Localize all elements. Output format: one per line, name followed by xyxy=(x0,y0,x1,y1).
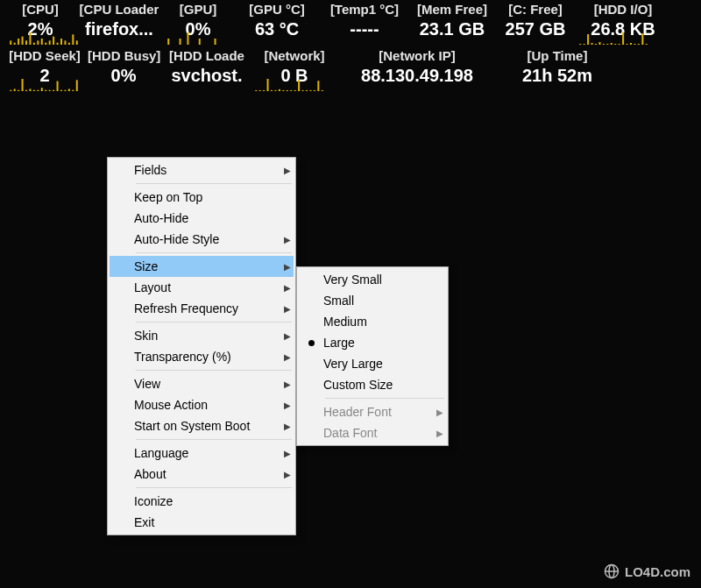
svg-rect-56 xyxy=(18,90,19,91)
monitor-cell-value: 0% xyxy=(84,63,163,88)
svg-rect-61 xyxy=(37,90,39,91)
menu-item-label: Very Large xyxy=(323,357,434,371)
menu-item[interactable]: Size▶ xyxy=(110,256,294,277)
menu-item[interactable]: Small xyxy=(299,290,446,311)
menu-item[interactable]: Skin▶ xyxy=(110,325,294,346)
context-menu[interactable]: Fields▶Keep on TopAuto-HideAuto-Hide Sty… xyxy=(107,157,296,535)
menu-item[interactable]: Layout▶ xyxy=(110,277,294,298)
monitor-cell[interactable]: [HDD I/O]26.8 KB xyxy=(575,0,671,46)
svg-rect-45 xyxy=(614,44,616,45)
menu-separator xyxy=(136,439,292,440)
menu-item[interactable]: Medium xyxy=(299,311,446,332)
monitor-cell-header: [Mem Free] xyxy=(408,2,496,17)
monitor-cell[interactable]: [CPU]2% xyxy=(5,0,75,46)
menu-separator xyxy=(136,252,292,253)
menu-item[interactable]: Large xyxy=(299,332,446,353)
svg-rect-49 xyxy=(630,43,632,45)
menu-item-label: Large xyxy=(323,336,434,350)
menu-item-label: Size xyxy=(134,259,281,273)
monitor-cell-value: 2 xyxy=(5,63,84,88)
svg-rect-86 xyxy=(309,90,311,91)
svg-rect-41 xyxy=(598,42,600,45)
svg-rect-73 xyxy=(259,90,261,91)
svg-rect-48 xyxy=(627,44,628,45)
menu-item-label: Custom Size xyxy=(323,378,434,392)
menu-item[interactable]: Very Large xyxy=(299,353,446,374)
monitor-cell-header: [Up Time] xyxy=(496,48,619,63)
menu-item[interactable]: Exit xyxy=(110,512,294,533)
menu-item-label: Auto-Hide Style xyxy=(134,232,281,246)
menu-item-label: View xyxy=(134,377,281,391)
svg-rect-51 xyxy=(638,44,640,45)
svg-rect-6 xyxy=(33,43,35,45)
menu-item-label: Keep on Top xyxy=(134,190,281,204)
svg-rect-36 xyxy=(579,44,581,45)
svg-rect-77 xyxy=(274,90,276,91)
svg-rect-9 xyxy=(45,43,46,45)
svg-rect-79 xyxy=(282,90,284,91)
menu-item[interactable]: Keep on Top xyxy=(110,187,294,208)
svg-rect-59 xyxy=(29,89,31,91)
monitor-cell-header: [GPU] xyxy=(163,2,233,17)
svg-rect-67 xyxy=(60,90,62,91)
menu-item[interactable]: Custom Size xyxy=(299,374,446,395)
menu-item-label: Mouse Action xyxy=(134,398,281,412)
svg-rect-40 xyxy=(595,44,597,45)
monitor-row-2: [HDD Seek]2[HDD Busy]0%[HDD Loadesvchost… xyxy=(0,46,701,93)
monitor-cell[interactable]: [Network IP]88.130.49.198 xyxy=(338,46,496,93)
monitor-cell[interactable]: [Mem Free]23.1 GB xyxy=(408,0,496,46)
svg-rect-42 xyxy=(603,44,605,45)
monitor-cell[interactable]: [GPU °C]63 °C xyxy=(233,0,321,46)
menu-item[interactable]: Iconize xyxy=(110,491,294,512)
svg-rect-43 xyxy=(606,44,608,45)
submenu-arrow-icon: ▶ xyxy=(281,352,294,362)
menu-item[interactable]: Language▶ xyxy=(110,443,294,464)
menu-item[interactable]: Very Small xyxy=(299,269,446,290)
submenu-arrow-icon: ▶ xyxy=(281,235,294,244)
submenu-arrow-icon: ▶ xyxy=(281,449,294,458)
monitor-cell[interactable]: [Temp1 °C]----- xyxy=(321,0,408,46)
monitor-cell-value: 0% xyxy=(163,17,233,41)
monitor-cell[interactable]: [HDD Seek]2 xyxy=(5,46,84,93)
size-submenu[interactable]: Very SmallSmallMediumLargeVery LargeCust… xyxy=(296,266,449,446)
monitor-cell[interactable]: [Network]0 B xyxy=(251,46,338,93)
menu-separator xyxy=(136,370,292,371)
monitor-cell[interactable]: [C: Free]257 GB xyxy=(496,0,575,46)
menu-item[interactable]: About▶ xyxy=(110,464,294,485)
menu-item[interactable]: Mouse Action▶ xyxy=(110,394,294,415)
svg-rect-7 xyxy=(37,40,39,45)
menu-item[interactable]: Fields▶ xyxy=(110,159,294,181)
menu-item[interactable]: Refresh Frequency▶ xyxy=(110,298,294,319)
monitor-cell-header: [HDD Seek] xyxy=(5,48,84,63)
submenu-arrow-icon: ▶ xyxy=(434,429,446,438)
menu-item: Header Font▶ xyxy=(299,401,446,422)
menu-item[interactable]: Auto-Hide Style▶ xyxy=(110,229,294,250)
monitor-cell[interactable]: [Up Time]21h 52m xyxy=(496,46,619,93)
menu-item: Data Font▶ xyxy=(299,422,446,443)
submenu-arrow-icon: ▶ xyxy=(281,262,294,272)
svg-rect-37 xyxy=(584,44,585,45)
svg-rect-82 xyxy=(294,90,296,91)
monitor-cell-value: 21h 52m xyxy=(496,63,619,88)
menu-item-label: Exit xyxy=(134,515,281,529)
menu-item[interactable]: Start on System Boot▶ xyxy=(110,415,294,436)
svg-rect-15 xyxy=(68,43,70,45)
submenu-arrow-icon: ▶ xyxy=(281,379,294,389)
monitor-cell[interactable]: [HDD Busy]0% xyxy=(84,46,163,93)
monitor-cell-header: [Temp1 °C] xyxy=(321,2,408,17)
menu-item[interactable]: Auto-Hide xyxy=(110,208,294,229)
menu-item[interactable]: Transparency (%)▶ xyxy=(110,346,294,367)
monitor-cell[interactable]: [HDD Loadesvchost. xyxy=(163,46,251,93)
svg-rect-44 xyxy=(611,43,612,45)
monitor-cell[interactable]: [CPU Loaderfirefox... xyxy=(75,0,163,46)
monitor-cell-value: 257 GB xyxy=(496,17,575,41)
svg-rect-58 xyxy=(25,90,27,91)
globe-icon xyxy=(604,563,620,579)
svg-rect-68 xyxy=(64,90,66,91)
svg-rect-0 xyxy=(10,40,11,45)
submenu-arrow-icon: ▶ xyxy=(281,470,294,479)
menu-item-label: Small xyxy=(323,294,434,308)
monitor-cell[interactable]: [GPU]0% xyxy=(163,0,233,46)
menu-item[interactable]: View▶ xyxy=(110,373,294,394)
monitor-cell-value: 2% xyxy=(5,17,75,41)
